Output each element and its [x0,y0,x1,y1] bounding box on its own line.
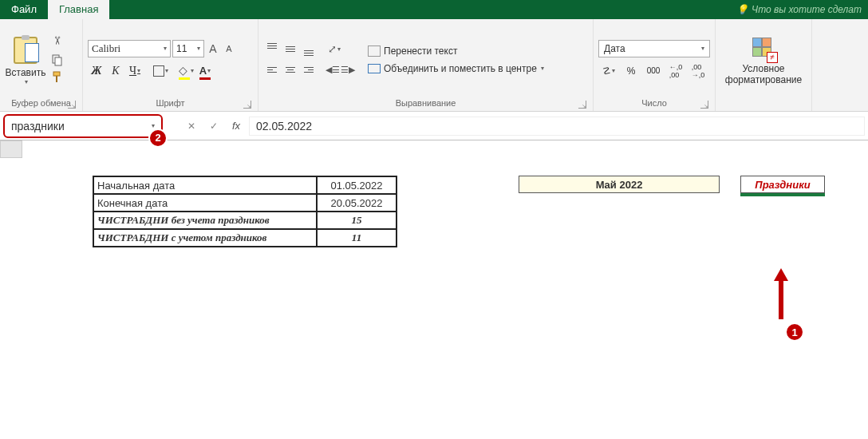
merge-center-button[interactable]: Объединить и поместить в центре▾ [368,61,544,77]
callout-badge-1: 1 [785,322,804,342]
copy-icon[interactable] [51,53,64,66]
svg-rect-3 [56,76,57,82]
accounting-format-button[interactable]: ☡▾ [598,62,619,80]
conditional-formatting-button[interactable]: ≠ Условное форматирование [720,34,807,85]
callout-badge-1-wrap: 1 [785,322,804,342]
group-clipboard: Вставить ▾ ✂ Буфер обмена [0,19,83,111]
calendar: Май 2022 [519,176,720,193]
paste-button[interactable]: Вставить ▾ [5,34,46,85]
table-cell[interactable]: 20.05.2022 [317,194,397,212]
decrease-indent-button[interactable]: ◀☰ [326,64,340,77]
bold-button[interactable]: Ж [88,62,105,80]
table-cell[interactable]: ЧИСТРАБДНИ с учетом праздников [93,229,317,247]
holidays-header[interactable]: Праздники [740,176,825,193]
cancel-formula-button[interactable]: ✕ [182,117,201,136]
align-middle-button[interactable] [282,41,299,58]
formula-bar: праздники▾ 2 ✕ ✓ fx 02.05.2022 [0,112,868,140]
dialog-launcher-icon[interactable] [578,101,586,109]
font-color-button[interactable]: А▾ [196,62,214,80]
data-table: Начальная дата01.05.2022 Конечная дата20… [93,176,397,247]
group-label-number: Число [641,98,667,108]
dialog-launcher-icon[interactable] [68,101,76,109]
borders-button[interactable]: ▾ [152,62,169,80]
align-bottom-button[interactable] [300,41,318,58]
table-cell[interactable]: Конечная дата [93,194,317,212]
callout-arrow-icon [769,268,793,322]
group-font: Calibri▾ 11▾ A A Ж К Ч▾ ▾ ▾ А▾ Шрифт [83,19,258,111]
bulb-icon: 💡 [736,4,748,15]
name-box[interactable]: праздники▾ 2 [3,114,163,138]
number-format-dropdown[interactable]: Дата▾ [598,40,710,57]
group-label-clipboard: Буфер обмена [11,98,71,108]
table-cell[interactable]: 11 [317,229,397,247]
format-painter-icon[interactable] [51,71,64,84]
ribbon: Вставить ▾ ✂ Буфер обмена Calibri▾ 11▾ A… [0,19,868,112]
tell-me-label: Что вы хотите сделат [752,4,862,15]
tell-me[interactable]: 💡 Что вы хотите сделат [730,0,868,19]
align-center-button[interactable] [282,61,299,79]
table-cell[interactable]: ЧИСТРАБДНИ без учета праздников [93,212,317,229]
wrap-text-button[interactable]: Перенести текст [368,43,544,59]
select-all-corner[interactable] [0,140,22,158]
conditional-formatting-icon: ≠ [752,38,775,60]
paste-icon [14,37,37,64]
calendar-title[interactable]: Май 2022 [519,176,720,193]
table-cell[interactable]: Начальная дата [93,176,317,194]
enter-formula-button[interactable]: ✓ [204,117,223,136]
svg-rect-2 [53,72,60,76]
formula-value[interactable]: 02.05.2022 [249,117,865,136]
dialog-launcher-icon[interactable] [700,101,708,109]
group-alignment: ⤢▾ ◀☰ ☰▶ Перенести текст Объединить и по… [258,19,594,111]
table-cell[interactable]: 01.05.2022 [317,176,397,194]
svg-rect-1 [55,57,61,65]
grow-font-button[interactable]: A [206,40,220,57]
dialog-launcher-icon[interactable] [243,101,251,109]
table-cell[interactable]: 15 [317,212,397,229]
title-tabs: Файл Главная 💡 Что вы хотите сделат [0,0,868,19]
group-label-align: Выравнивание [396,98,456,108]
align-right-button[interactable] [300,61,318,79]
fx-button[interactable]: fx [227,117,246,136]
shrink-font-button[interactable]: A [222,40,236,57]
group-styles: ≠ Условное форматирование [716,19,812,111]
increase-indent-button[interactable]: ☰▶ [341,64,355,77]
increase-decimal-button[interactable]: ←,0,00 [665,62,686,80]
paste-label: Вставить [6,67,46,78]
fill-color-button[interactable]: ▾ [177,62,195,80]
align-top-button[interactable] [263,41,281,58]
group-number: Дата▾ ☡▾ % 000 ←,0,00 ,00→,0 Число [594,19,716,111]
holidays-range: Праздники [740,176,825,196]
font-size-dropdown[interactable]: 11▾ [172,40,204,57]
comma-button[interactable]: 000 [643,62,664,80]
callout-badge-2: 2 [148,129,168,148]
font-name-dropdown[interactable]: Calibri▾ [88,40,171,57]
tab-главная[interactable]: Главная [48,0,109,19]
underline-button[interactable]: Ч▾ [126,62,144,80]
chevron-down-icon: ▾ [25,78,28,85]
tab-file[interactable]: Файл [0,0,48,19]
group-label-font: Шрифт [156,98,184,108]
percent-button[interactable]: % [621,62,641,80]
align-left-button[interactable] [263,61,281,79]
orientation-button[interactable]: ⤢▾ [326,41,343,58]
cut-icon[interactable]: ✂ [51,36,64,49]
italic-button[interactable]: К [107,62,124,80]
worksheet-grid[interactable]: Начальная дата01.05.2022 Конечная дата20… [0,140,868,158]
decrease-decimal-button[interactable]: ,00→,0 [688,62,708,80]
